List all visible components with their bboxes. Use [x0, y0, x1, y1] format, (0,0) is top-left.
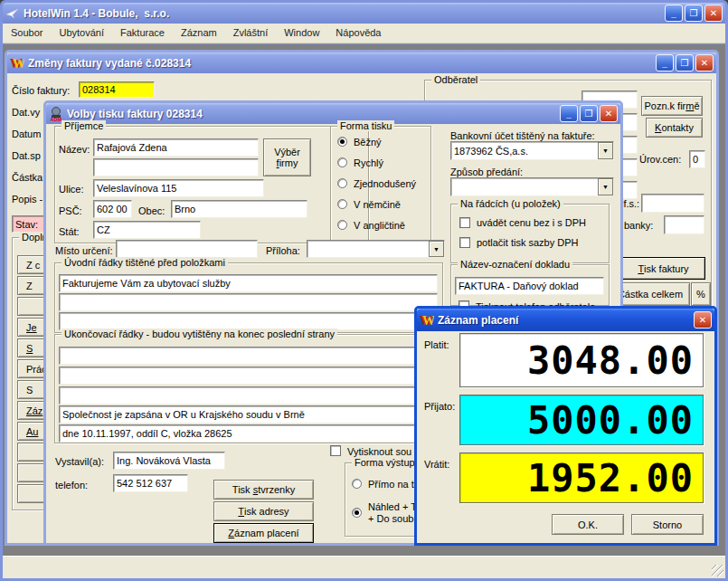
pozn-k-firme-button[interactable]: Pozn.k firmě [641, 96, 703, 116]
svg-text:W: W [422, 314, 434, 328]
menu-ubytovani[interactable]: Ubytování [51, 24, 112, 43]
cislo-faktury-input[interactable]: 028314 [79, 81, 155, 98]
checkbox-cena-dph-label: uvádět cenu bez i s DPH [477, 217, 586, 228]
zpusob-predani-combo[interactable]: ▼ [450, 177, 614, 196]
tisk-stvrzenky-button[interactable]: Tisk stvrzenky [213, 480, 314, 500]
maximize-button[interactable]: ❐ [685, 5, 703, 22]
radio-v-nemcine[interactable] [337, 199, 347, 209]
uvodni-line-3[interactable] [59, 312, 438, 330]
radio-v-anglictine[interactable] [337, 220, 347, 230]
minimize-button[interactable]: _ [665, 5, 683, 22]
main-title-bar[interactable]: HotelWin 1.4 - Bobule, s.r.o. _ ❐ ✕ [3, 3, 725, 24]
misto-urceni-label: Místo určení: [55, 245, 113, 256]
uvodni-radky-group-label: Úvodní řádky tištěné před položkami [61, 257, 228, 268]
vystavil-input[interactable]: Ing. Nováková Vlasta [113, 452, 225, 470]
radio-zjednoduseny-label: Zjednodušený [354, 178, 416, 189]
menu-bar: Soubor Ubytování Fakturace Záznam Zvlášt… [3, 24, 725, 43]
zpusob-predani-label: Způsob předání: [450, 167, 523, 177]
priloha-combo[interactable]: ▼ [307, 240, 445, 258]
nazev-label: Název: [59, 144, 90, 155]
popis-label: Popis - [12, 194, 43, 205]
percent-button[interactable]: % [691, 282, 711, 306]
menu-napoveda[interactable]: Nápověda [327, 24, 389, 43]
ok-button[interactable]: O.K. [552, 514, 624, 535]
hotelwin-icon: WW [10, 56, 24, 71]
invoice-title-bar[interactable]: WW Změny faktury vydané č.028314 _ ❐ ✕ [7, 52, 716, 73]
radio-rychly-label: Rychlý [354, 157, 383, 168]
prijemce-group-label: Příjemce [61, 120, 106, 131]
menu-soubor[interactable]: Soubor [3, 24, 51, 43]
ulice-input[interactable]: Veleslavínova 115 [93, 179, 264, 197]
vystavil-label: Vystavil(a): [55, 456, 104, 467]
specif-s-input[interactable] [641, 194, 704, 213]
telefon-input[interactable]: 542 512 637 [113, 474, 188, 492]
datum-label: Datum [12, 129, 41, 139]
menu-window[interactable]: Window [276, 24, 327, 43]
main-window-title: HotelWin 1.4 - Bobule, s.r.o. [24, 7, 665, 20]
uvodni-line-2[interactable] [59, 293, 438, 311]
radio-bezny[interactable] [337, 137, 347, 147]
close-button[interactable]: ✕ [704, 5, 723, 22]
prijato-display[interactable]: 5000.00 [459, 395, 704, 445]
checkbox-cena-dph[interactable] [459, 217, 470, 228]
minimize-button[interactable]: _ [656, 54, 674, 71]
print-dialog-title: Volby tisku faktury 028314 [67, 108, 560, 120]
zaznam-placeni-button[interactable]: Záznam placení [213, 523, 314, 543]
psc-input[interactable]: 602 00 [93, 200, 132, 218]
chevron-down-icon[interactable]: ▼ [429, 241, 444, 257]
vyber-firmy-button[interactable]: Výběr firmy [263, 138, 311, 176]
kod-banky-label: banky: [624, 220, 653, 231]
kod-banky-input[interactable] [664, 215, 704, 234]
checkbox-sazba-dph[interactable] [459, 237, 470, 248]
radio-rychly[interactable] [337, 157, 347, 167]
tisk-adresy-button[interactable]: Tisk adresy [213, 501, 314, 521]
stat-input[interactable]: CZ [93, 221, 201, 239]
payment-title-bar[interactable]: WW Záznam placení ✕ [417, 309, 714, 331]
print-dialog-title-bar[interactable]: ADM Volby tisku faktury 028314 _ ❐ ✕ [46, 103, 620, 124]
platit-display: 3048.00 [459, 333, 704, 387]
maximize-button[interactable]: ❐ [580, 105, 598, 122]
payment-window-title: Záznam placení [438, 314, 694, 327]
psc-label: PSČ: [59, 205, 82, 216]
urov-cen-label: Úrov.cen: [639, 154, 681, 165]
tisk-faktury-button[interactable]: Tisk faktury [621, 257, 705, 280]
maximize-button[interactable]: ❐ [676, 54, 694, 71]
urov-cen-input[interactable]: 0 [689, 150, 705, 168]
cislo-faktury-label: Číslo faktury: [12, 85, 70, 96]
nazev-input[interactable]: Rafajová Zdena [93, 138, 259, 157]
radio-v-nemcine-label: V němčině [354, 199, 401, 210]
menu-zaznam[interactable]: Záznam [173, 24, 225, 43]
resize-grip[interactable] [712, 565, 723, 576]
minimize-button[interactable]: _ [560, 105, 578, 122]
payment-window: WW Záznam placení ✕ Platit: 3048.00 Přij… [414, 306, 717, 546]
radio-nahled-tisk[interactable] [352, 508, 362, 518]
chevron-down-icon[interactable]: ▼ [598, 178, 613, 195]
radio-primo-na-tiskarnu[interactable] [352, 479, 362, 489]
odberatel-group-label: Odběratel [431, 74, 480, 85]
close-button[interactable]: ✕ [600, 105, 618, 122]
vratit-label: Vrátit: [424, 459, 449, 470]
obec-input[interactable]: Brno [171, 200, 307, 218]
menu-zvlastni[interactable]: Zvláštní [225, 24, 277, 43]
radio-zjednoduseny[interactable] [337, 178, 347, 188]
kontakty-button[interactable]: Kontakty [646, 118, 703, 138]
nazev-dokladu-group-label: Název-označení dokladu [458, 259, 572, 270]
adm-icon: ADM [49, 107, 63, 121]
app-icon [5, 6, 20, 21]
uvodni-line-1[interactable]: Fakturujeme Vám za ubytovací služby [59, 274, 438, 292]
hotelwin-icon: WW [420, 313, 434, 328]
checkbox-sazba-dph-label: potlačit tisk sazby DPH [477, 237, 578, 248]
nazev-dokladu-input[interactable]: FAKTURA - Daňový doklad [455, 277, 604, 295]
chevron-down-icon[interactable]: ▼ [598, 142, 613, 159]
nazev-input-2[interactable] [93, 158, 259, 176]
radio-primo-label: Přímo na tis [368, 479, 421, 490]
hotelwin-application: HotelWin 1.4 - Bobule, s.r.o. _ ❐ ✕ Soub… [0, 0, 728, 581]
close-button[interactable]: ✕ [695, 54, 714, 71]
bank-account-combo[interactable]: 1873962 ČS,a.s. ▼ [450, 141, 614, 160]
storno-button[interactable]: Storno [631, 514, 704, 535]
close-button[interactable]: ✕ [694, 311, 712, 329]
checkbox-vytisknout[interactable] [330, 445, 341, 456]
misto-urceni-input[interactable] [116, 240, 258, 258]
menu-fakturace[interactable]: Fakturace [112, 24, 173, 43]
dat-vystaveni-label: Dat.vy [12, 107, 40, 118]
